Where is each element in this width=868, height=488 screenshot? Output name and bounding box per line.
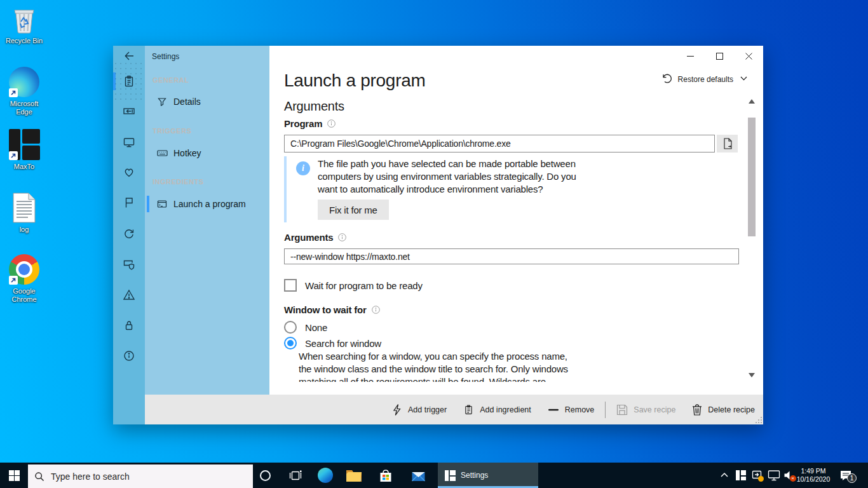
desktop-icon-label: Google Chrome [0,287,48,304]
tray-display-icon[interactable] [766,463,782,488]
tray-volume-muted-icon[interactable]: × [781,463,796,488]
nav-flag-icon[interactable] [113,193,145,213]
close-button[interactable] [734,46,763,66]
task-view-button[interactable] [281,463,309,488]
clock-date: 10/16/2020 [796,475,831,484]
radio-search-row[interactable]: Search for window [284,337,381,349]
info-box: i The file path you have selected can be… [284,156,729,222]
nav-shield-icon[interactable] [113,254,145,274]
nav-refresh-icon[interactable] [113,224,145,244]
taskbar-edge-icon[interactable] [311,463,339,488]
lightning-icon [391,403,402,416]
arguments-input[interactable]: --new-window https://maxto.net [284,248,739,264]
info-box-text: The file path you have selected can be m… [318,158,593,196]
microsoft-store-icon[interactable] [372,463,400,488]
taskbar: Type here to search Settings [0,463,868,488]
nav-recipes-icon[interactable] [113,71,145,92]
sidebar-item-hotkey[interactable]: Hotkey [145,143,269,163]
fix-it-for-me-button[interactable]: Fix it for me [318,200,389,220]
start-button[interactable] [0,463,28,488]
file-explorer-icon[interactable] [340,463,368,488]
arguments-label-row: Arguments [284,232,346,243]
sidebar-title: Settings [152,52,179,61]
sidebar-item-launch-a-program[interactable]: Launch a program [145,194,269,214]
desktop-icon-recycle-bin[interactable]: Recycle Bin [0,5,48,45]
info-circle-icon [372,306,380,314]
sidebar-selected-indicator [147,196,149,212]
radio-search-selected[interactable] [284,337,297,349]
delete-recipe-button[interactable]: Delete recipe [684,395,763,424]
wait-checkbox[interactable] [284,279,297,292]
scroll-down-icon[interactable] [749,373,755,377]
maxto-window-icon [445,470,456,481]
desktop-icon-label: log [0,226,48,234]
save-icon [616,404,628,416]
shortcut-arrow-icon [9,151,18,160]
main-panel: Launch a program Restore defaults Argume… [269,46,763,395]
back-button[interactable] [113,46,145,66]
remove-button[interactable]: Remove [539,395,603,424]
taskbar-settings-button[interactable]: Settings [438,463,538,488]
notification-center-icon[interactable]: 1 [836,463,855,488]
info-badge-icon: i [296,161,310,175]
scroll-up-icon[interactable] [749,99,755,104]
clipboard-icon [463,403,474,416]
scrollbar[interactable] [747,97,756,380]
tray-maxto-icon[interactable] [733,463,749,488]
bottom-toolbar: Add trigger Add ingredient Remove Save r… [145,395,763,424]
shortcut-arrow-icon [9,88,18,97]
sidebar-header-triggers: TRIGGERS [153,127,191,135]
edge-icon [9,67,39,97]
minimize-button[interactable] [675,46,705,66]
maximize-button[interactable] [705,46,734,66]
arguments-heading: Arguments [284,99,344,114]
browse-file-button[interactable] [717,135,738,152]
taskbar-search-input[interactable]: Type here to search [28,464,253,488]
nav-lock-icon[interactable] [113,315,145,336]
program-input[interactable]: C:\Program Files\Google\Chrome\Applicati… [284,135,715,152]
add-trigger-button[interactable]: Add trigger [383,395,455,424]
nav-input-icon[interactable] [113,101,145,121]
tray-chevron-up-icon[interactable] [717,463,732,488]
page-title: Launch a program [284,71,425,91]
save-recipe-button[interactable]: Save recipe [608,395,684,424]
sidebar-item-label: Details [173,97,201,107]
radio-none-label: None [305,322,327,333]
clock-time: 1:49 PM [796,467,831,475]
window-wait-label-row: Window to wait for [284,304,380,315]
search-description: When searching for a window, you can spe… [299,350,578,382]
desktop-icon-google-chrome[interactable]: Google Chrome [0,254,48,304]
resize-grip[interactable] [755,416,763,424]
mail-icon[interactable] [404,463,432,488]
radio-none[interactable] [284,321,297,334]
radio-search-label: Search for window [305,338,381,349]
desktop-icon-maxto[interactable]: MaxTo [0,129,48,171]
maxto-icon [9,129,40,160]
settings-window: Settings GENERAL Details TRIGGERS Hotkey… [113,46,763,424]
scrollbar-thumb[interactable] [748,118,756,236]
radio-none-row[interactable]: None [284,321,327,334]
chevron-down-icon [740,74,748,85]
taskbar-settings-label: Settings [461,471,488,480]
tray-update-icon[interactable] [750,463,765,488]
taskbar-clock[interactable]: 1:49 PM 10/16/2020 [796,463,831,488]
log-file-icon [12,193,36,223]
wait-checkbox-row[interactable]: Wait for program to be ready [284,279,423,292]
sidebar-header-general: GENERAL [153,76,189,84]
desktop-icon-log[interactable]: log [0,193,48,234]
restore-defaults-button[interactable]: Restore defaults [661,74,748,85]
desktop: Recycle Bin Microsoft Edge MaxTo log Go [0,0,868,488]
minus-icon [548,403,559,416]
desktop-icon-microsoft-edge[interactable]: Microsoft Edge [0,67,48,116]
keyboard-icon [157,148,168,158]
add-ingredient-button[interactable]: Add ingredient [455,395,539,424]
nav-monitor-icon[interactable] [113,132,145,152]
shortcut-arrow-icon [9,276,18,285]
nav-heart-icon[interactable] [113,162,145,182]
program-window-icon [157,199,168,209]
cortana-button[interactable] [251,463,279,488]
sidebar: Settings GENERAL Details TRIGGERS Hotkey… [145,46,269,395]
nav-info-icon[interactable] [113,346,145,366]
sidebar-item-details[interactable]: Details [145,92,269,112]
nav-warning-icon[interactable] [113,285,145,305]
